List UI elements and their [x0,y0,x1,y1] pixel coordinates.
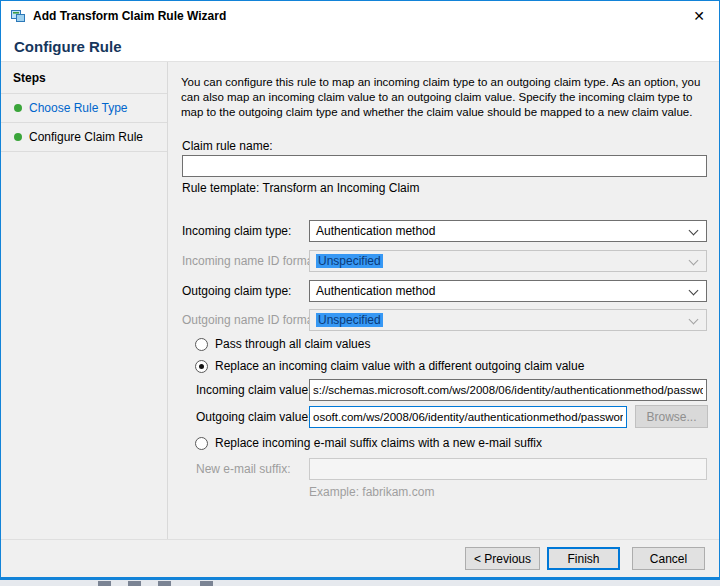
desktop: Add Transform Claim Rule Wizard ✕ Config… [0,0,720,586]
step-label: Configure Claim Rule [29,130,143,144]
chevron-down-icon [689,226,699,236]
email-example-text: Example: fabrikam.com [309,481,434,503]
chevron-down-icon [689,315,699,325]
wizard-window: Add Transform Claim Rule Wizard ✕ Config… [0,0,720,580]
sidebar-item-choose-rule-type[interactable]: Choose Rule Type [1,94,167,123]
title-bar[interactable]: Add Transform Claim Rule Wizard ✕ [1,1,719,31]
outgoing-claim-type-select[interactable]: Authentication method [309,280,707,302]
radio-button-icon [195,338,208,351]
window-title: Add Transform Claim Rule Wizard [33,9,226,23]
steps-heading: Steps [1,62,167,94]
cancel-button[interactable]: Cancel [632,547,705,570]
outgoing-claim-value-input[interactable] [309,406,627,428]
step-status-dot-icon [14,133,22,141]
outgoing-claim-value-label: Outgoing claim value: [196,406,311,428]
new-email-suffix-input [309,458,707,480]
taskbar-icon-fragment [128,581,141,586]
radio-label: Pass through all claim values [215,337,370,351]
outgoing-name-id-format-label: Outgoing name ID format: [182,309,320,331]
radio-label: Replace an incoming claim value with a d… [215,359,584,373]
incoming-claim-type-select[interactable]: Authentication method [309,220,707,242]
incoming-name-id-format-select: Unspecified [309,250,707,272]
radio-pass-through-all[interactable]: Pass through all claim values [195,336,370,352]
incoming-claim-type-value: Authentication method [316,224,435,238]
browse-button: Browse... [635,405,708,428]
claim-rule-name-label: Claim rule name: [182,135,273,157]
radio-replace-email-suffix[interactable]: Replace incoming e-mail suffix claims wi… [195,435,542,451]
radio-button-icon [195,437,208,450]
chevron-down-icon [689,256,699,266]
wizard-body: Steps Choose Rule Type Configure Claim R… [1,62,719,539]
description-text: You can configure this rule to map an in… [181,75,713,120]
step-status-dot-icon [14,104,22,112]
radio-label: Replace incoming e-mail suffix claims wi… [215,436,542,450]
taskbar-icon-fragment [98,581,111,586]
outgoing-claim-type-label: Outgoing claim type: [182,280,291,302]
steps-sidebar: Steps Choose Rule Type Configure Claim R… [1,62,168,539]
sidebar-item-configure-claim-rule: Configure Claim Rule [1,123,167,152]
outgoing-name-id-format-select: Unspecified [309,309,707,331]
radio-replace-claim-value[interactable]: Replace an incoming claim value with a d… [195,358,584,374]
incoming-name-id-format-label: Incoming name ID format: [182,250,320,272]
close-button[interactable]: ✕ [693,8,705,24]
chevron-down-icon [689,286,699,296]
taskbar-sliver [0,580,720,586]
previous-button[interactable]: < Previous [465,547,540,570]
wizard-app-icon [10,8,26,24]
incoming-claim-type-label: Incoming claim type: [182,220,291,242]
step-label: Choose Rule Type [29,101,128,115]
incoming-claim-value-input[interactable] [309,379,707,401]
incoming-claim-value-label: Incoming claim value: [196,379,311,401]
taskbar-icon-fragment [200,581,213,586]
radio-button-icon [195,360,208,373]
new-email-suffix-label: New e-mail suffix: [196,458,290,480]
incoming-name-id-format-value: Unspecified [316,254,383,268]
footer-bar: < Previous Finish Cancel [1,539,719,577]
outgoing-name-id-format-value: Unspecified [316,313,383,327]
outgoing-claim-type-value: Authentication method [316,284,435,298]
taskbar-icon-fragment [158,581,171,586]
page-header: Configure Rule [1,31,719,62]
finish-button[interactable]: Finish [547,547,620,570]
claim-rule-name-input[interactable] [182,155,707,177]
page-title: Configure Rule [14,38,122,55]
main-panel: You can configure this rule to map an in… [169,62,719,539]
rule-template-text: Rule template: Transform an Incoming Cla… [182,177,419,199]
